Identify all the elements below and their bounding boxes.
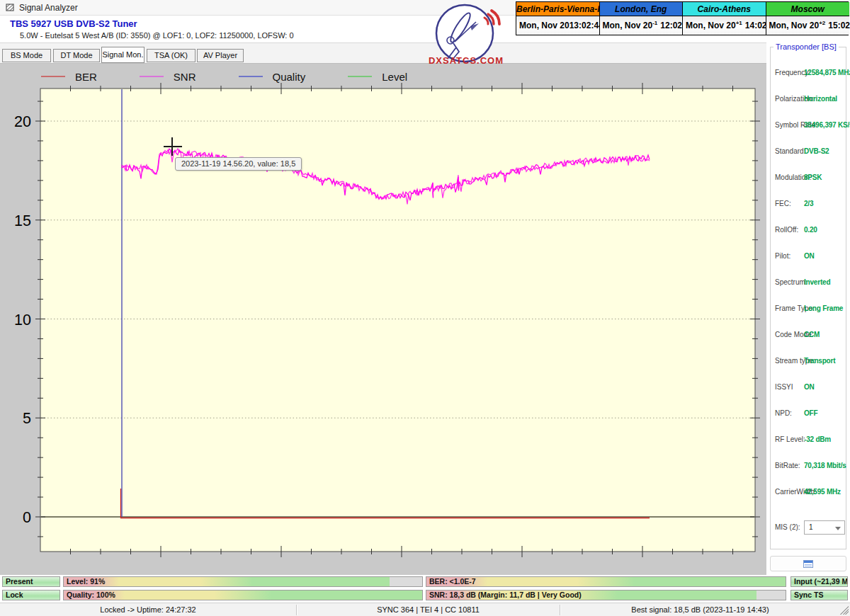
clock-title: Moscow	[766, 2, 850, 16]
transponder-row: RF Level:-32 dBm	[771, 435, 847, 445]
clock-utc-offset: -1	[652, 20, 657, 26]
plot-background	[40, 89, 755, 552]
transponder-field-label: FEC:	[775, 200, 791, 207]
status-sync-counts: SYNC 364 | TEI 4 | CC 10811	[297, 605, 560, 614]
mis-value: 1	[809, 523, 813, 531]
clock-title: London, Eng	[600, 2, 683, 16]
transponder-field-label: RF Level:	[775, 435, 805, 443]
mis-label: MIS (2):	[775, 523, 800, 531]
snr-label: SNR: 18,3 dB (Margin: 11,7 dB | Very Goo…	[429, 591, 582, 600]
list-icon	[803, 560, 813, 568]
ber-gauge: BER: <1.0E-7	[426, 576, 786, 587]
transponder-field-value: 8PSK	[804, 173, 822, 181]
clock-berlin: Berlin-Paris-Vienna-Roma Mon, Nov 2013:0…	[516, 2, 600, 35]
transponder-field-value: Horizontal	[804, 95, 837, 103]
transponder-field-value: OFF	[804, 409, 817, 417]
level-gauge: Level: 91%	[63, 576, 423, 587]
transponder-field-value: 2/3	[804, 200, 813, 207]
transponder-field-value: DVB-S2	[804, 147, 829, 155]
logo-text: DXSATCS.COM	[419, 55, 513, 66]
transponder-panel-title: Transponder [BS]	[774, 42, 839, 51]
transponder-field-value: ON	[804, 252, 815, 260]
transponder-row: Frequency:12584,875 MHz	[771, 69, 847, 79]
transponder-field-label: BitRate:	[775, 462, 800, 469]
mis-dropdown[interactable]: 1	[804, 520, 845, 535]
y-axis-tick-label: 15	[14, 212, 31, 229]
transponder-row: ISSYION	[771, 383, 847, 393]
clock-title: Cairo-Athens	[683, 2, 766, 16]
transponder-panel: Transponder [BS] Frequency:12584,875 MHz…	[770, 47, 846, 549]
y-axis-tick-label: 0	[23, 509, 31, 526]
tuner-subtitle: 5.0W - Eutelsat 5 West A/B (ID: 3550) @ …	[20, 31, 294, 40]
tab-tsa[interactable]: TSA (OK)	[147, 49, 196, 62]
signal-chart: BER SNR Quality Level 05101520	[0, 64, 766, 575]
status-best-signal: Best signal: 18,5 dB (2023-11-19 14:43)	[560, 605, 840, 614]
present-indicator: Present	[2, 576, 60, 587]
transponder-row: Polarization:Horizontal	[771, 95, 847, 105]
transponder-field-label: NPD:	[775, 409, 792, 417]
transponder-field-value: 35496,397 KS/s	[804, 121, 850, 129]
tab-av-player[interactable]: AV Player	[197, 49, 244, 62]
plot-area[interactable]: 05101520	[0, 64, 766, 575]
transponder-field-value: 70,318 Mbit/s	[804, 462, 846, 469]
lock-indicator: Lock	[2, 590, 60, 600]
quality-label: Quality: 100%	[67, 591, 115, 600]
transponder-field-value: 0.20	[804, 226, 817, 234]
ber-label: BER: <1.0E-7	[429, 577, 476, 586]
y-axis-tick-label: 5	[23, 410, 31, 427]
transponder-row: FEC:2/3	[771, 200, 847, 210]
lock-label: Lock	[6, 591, 23, 600]
clock-date: Mon, Nov 20	[519, 21, 570, 30]
transponder-field-value: -32 dBm	[804, 435, 831, 443]
dxsatcs-logo: DXSATCS.COM	[419, 2, 513, 66]
app-icon	[6, 3, 15, 12]
transponder-list-button[interactable]	[770, 556, 846, 571]
input-label: Input (~21,39 Mbps)	[794, 577, 848, 586]
transponder-field-label: Spectrum:	[775, 278, 808, 286]
transponder-row: Standard:DVB-S2	[771, 147, 847, 157]
tab-strip: BS Mode DT Mode Signal Mon. TSA (OK) AV …	[0, 42, 766, 64]
clock-date: Mon, Nov 20	[603, 21, 653, 30]
y-axis-tick-label: 20	[14, 113, 31, 130]
transponder-field-value: ON	[804, 383, 815, 391]
transponder-row: NPD:OFF	[771, 409, 847, 419]
transponder-row: CarrierWidth:42,595 MHz	[771, 488, 847, 498]
crosshair-cursor	[164, 146, 182, 147]
transponder-row: Stream type:Transport	[771, 357, 847, 367]
transponder-row: Pilot:ON	[771, 252, 847, 262]
clock-date: Mon, Nov 20	[686, 21, 736, 30]
snr-gauge: SNR: 18,3 dB (Margin: 11,7 dB | Very Goo…	[426, 590, 786, 600]
sync-indicator: Sync TS	[790, 590, 848, 600]
transponder-row: RollOff:0.20	[771, 226, 847, 236]
transponder-field-value: CCM	[804, 331, 820, 338]
transponder-field-value: 42,595 MHz	[804, 488, 841, 496]
transponder-field-value: 12584,875 MHz	[804, 69, 850, 76]
tuner-title: TBS 5927 USB DVB-S2 Tuner	[10, 18, 137, 29]
status-bar: Locked -> Uptime: 24:27:32 SYNC 364 | TE…	[0, 603, 850, 616]
clock-cairo: Cairo-Athens Mon, Nov 20+114:02	[683, 2, 766, 35]
transponder-field-value: Transport	[804, 357, 835, 365]
clock-title: Berlin-Paris-Vienna-Roma	[516, 2, 599, 16]
clock-time: 14:02	[745, 21, 767, 30]
transponder-row: BitRate:70,318 Mbit/s	[771, 462, 847, 472]
chevron-down-icon	[835, 527, 841, 530]
transponder-row: Frame Type:Long Frame	[771, 304, 847, 314]
transponder-field-label: Standard:	[775, 147, 805, 155]
transponder-field-label: Pilot:	[775, 252, 790, 260]
transponder-field-value: Long Frame	[804, 304, 843, 312]
sync-label: Sync TS	[794, 591, 823, 600]
status-uptime: Locked -> Uptime: 24:27:32	[0, 605, 296, 614]
transponder-field-value: Inverted	[804, 278, 830, 286]
quality-gauge: Quality: 100%	[63, 590, 423, 600]
world-clocks: Berlin-Paris-Vienna-Roma Mon, Nov 2013:0…	[516, 1, 849, 35]
tab-bs-mode[interactable]: BS Mode	[2, 49, 51, 62]
tab-signal-mon[interactable]: Signal Mon.	[101, 47, 144, 63]
tab-dt-mode[interactable]: DT Mode	[53, 49, 100, 62]
crosshair-cursor	[171, 137, 173, 156]
clock-time: 15:02	[828, 21, 850, 30]
transponder-row: Symbol Rate:35496,397 KS/s	[771, 121, 847, 131]
transponder-field-label: RollOff:	[775, 226, 798, 234]
resize-grip[interactable]	[840, 606, 849, 615]
transponder-row: Modulation:8PSK	[771, 173, 847, 183]
chart-tooltip: 2023-11-19 14.56.20, value: 18,5	[175, 157, 302, 171]
